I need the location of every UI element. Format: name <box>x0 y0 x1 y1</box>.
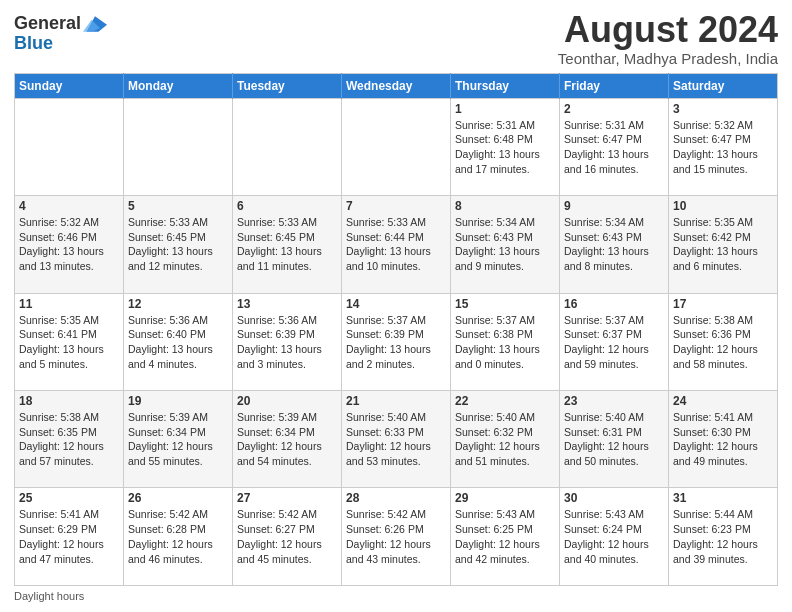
calendar-cell <box>124 98 233 195</box>
calendar-cell: 22Sunrise: 5:40 AMSunset: 6:32 PMDayligh… <box>451 391 560 488</box>
calendar-cell: 23Sunrise: 5:40 AMSunset: 6:31 PMDayligh… <box>560 391 669 488</box>
day-info: Sunrise: 5:34 AMSunset: 6:43 PMDaylight:… <box>455 215 555 274</box>
day-info: Sunrise: 5:31 AMSunset: 6:47 PMDaylight:… <box>564 118 664 177</box>
day-number: 11 <box>19 297 119 311</box>
calendar-week-row: 18Sunrise: 5:38 AMSunset: 6:35 PMDayligh… <box>15 391 778 488</box>
calendar-week-row: 4Sunrise: 5:32 AMSunset: 6:46 PMDaylight… <box>15 196 778 293</box>
calendar-day-header: Thursday <box>451 73 560 98</box>
calendar-cell: 28Sunrise: 5:42 AMSunset: 6:26 PMDayligh… <box>342 488 451 586</box>
day-info: Sunrise: 5:40 AMSunset: 6:31 PMDaylight:… <box>564 410 664 469</box>
day-info: Sunrise: 5:39 AMSunset: 6:34 PMDaylight:… <box>237 410 337 469</box>
calendar-cell: 7Sunrise: 5:33 AMSunset: 6:44 PMDaylight… <box>342 196 451 293</box>
calendar-cell: 12Sunrise: 5:36 AMSunset: 6:40 PMDayligh… <box>124 293 233 390</box>
calendar-day-header: Monday <box>124 73 233 98</box>
day-number: 2 <box>564 102 664 116</box>
day-info: Sunrise: 5:32 AMSunset: 6:47 PMDaylight:… <box>673 118 773 177</box>
day-number: 29 <box>455 491 555 505</box>
calendar-cell: 4Sunrise: 5:32 AMSunset: 6:46 PMDaylight… <box>15 196 124 293</box>
calendar-week-row: 1Sunrise: 5:31 AMSunset: 6:48 PMDaylight… <box>15 98 778 195</box>
header: General Blue August 2024 Teonthar, Madhy… <box>14 10 778 67</box>
main-title: August 2024 <box>558 10 778 50</box>
day-info: Sunrise: 5:43 AMSunset: 6:24 PMDaylight:… <box>564 507 664 566</box>
day-number: 28 <box>346 491 446 505</box>
calendar-cell: 29Sunrise: 5:43 AMSunset: 6:25 PMDayligh… <box>451 488 560 586</box>
day-number: 25 <box>19 491 119 505</box>
day-info: Sunrise: 5:33 AMSunset: 6:45 PMDaylight:… <box>237 215 337 274</box>
day-number: 21 <box>346 394 446 408</box>
day-info: Sunrise: 5:42 AMSunset: 6:26 PMDaylight:… <box>346 507 446 566</box>
calendar-day-header: Friday <box>560 73 669 98</box>
logo: General Blue <box>14 14 107 54</box>
day-info: Sunrise: 5:42 AMSunset: 6:28 PMDaylight:… <box>128 507 228 566</box>
day-number: 14 <box>346 297 446 311</box>
calendar-cell: 18Sunrise: 5:38 AMSunset: 6:35 PMDayligh… <box>15 391 124 488</box>
day-info: Sunrise: 5:44 AMSunset: 6:23 PMDaylight:… <box>673 507 773 566</box>
day-info: Sunrise: 5:35 AMSunset: 6:42 PMDaylight:… <box>673 215 773 274</box>
day-number: 18 <box>19 394 119 408</box>
calendar-cell <box>15 98 124 195</box>
calendar-cell: 13Sunrise: 5:36 AMSunset: 6:39 PMDayligh… <box>233 293 342 390</box>
day-number: 27 <box>237 491 337 505</box>
calendar-cell: 3Sunrise: 5:32 AMSunset: 6:47 PMDaylight… <box>669 98 778 195</box>
day-number: 19 <box>128 394 228 408</box>
day-number: 5 <box>128 199 228 213</box>
calendar-cell <box>342 98 451 195</box>
day-number: 30 <box>564 491 664 505</box>
day-number: 8 <box>455 199 555 213</box>
calendar-cell: 24Sunrise: 5:41 AMSunset: 6:30 PMDayligh… <box>669 391 778 488</box>
calendar-cell: 16Sunrise: 5:37 AMSunset: 6:37 PMDayligh… <box>560 293 669 390</box>
day-info: Sunrise: 5:35 AMSunset: 6:41 PMDaylight:… <box>19 313 119 372</box>
day-info: Sunrise: 5:43 AMSunset: 6:25 PMDaylight:… <box>455 507 555 566</box>
calendar-week-row: 11Sunrise: 5:35 AMSunset: 6:41 PMDayligh… <box>15 293 778 390</box>
subtitle: Teonthar, Madhya Pradesh, India <box>558 50 778 67</box>
calendar-day-header: Saturday <box>669 73 778 98</box>
calendar-cell: 2Sunrise: 5:31 AMSunset: 6:47 PMDaylight… <box>560 98 669 195</box>
calendar-cell: 15Sunrise: 5:37 AMSunset: 6:38 PMDayligh… <box>451 293 560 390</box>
day-info: Sunrise: 5:40 AMSunset: 6:32 PMDaylight:… <box>455 410 555 469</box>
logo-blue: Blue <box>14 34 53 54</box>
calendar-cell: 21Sunrise: 5:40 AMSunset: 6:33 PMDayligh… <box>342 391 451 488</box>
calendar-day-header: Tuesday <box>233 73 342 98</box>
day-info: Sunrise: 5:41 AMSunset: 6:29 PMDaylight:… <box>19 507 119 566</box>
calendar-cell: 19Sunrise: 5:39 AMSunset: 6:34 PMDayligh… <box>124 391 233 488</box>
day-number: 20 <box>237 394 337 408</box>
day-info: Sunrise: 5:39 AMSunset: 6:34 PMDaylight:… <box>128 410 228 469</box>
calendar-cell: 25Sunrise: 5:41 AMSunset: 6:29 PMDayligh… <box>15 488 124 586</box>
day-info: Sunrise: 5:37 AMSunset: 6:37 PMDaylight:… <box>564 313 664 372</box>
day-info: Sunrise: 5:38 AMSunset: 6:35 PMDaylight:… <box>19 410 119 469</box>
day-number: 16 <box>564 297 664 311</box>
day-number: 10 <box>673 199 773 213</box>
footer-note: Daylight hours <box>14 590 778 602</box>
calendar-table: SundayMondayTuesdayWednesdayThursdayFrid… <box>14 73 778 586</box>
day-number: 17 <box>673 297 773 311</box>
calendar-day-header: Sunday <box>15 73 124 98</box>
calendar-cell: 8Sunrise: 5:34 AMSunset: 6:43 PMDaylight… <box>451 196 560 293</box>
calendar-header-row: SundayMondayTuesdayWednesdayThursdayFrid… <box>15 73 778 98</box>
calendar-cell: 27Sunrise: 5:42 AMSunset: 6:27 PMDayligh… <box>233 488 342 586</box>
day-info: Sunrise: 5:41 AMSunset: 6:30 PMDaylight:… <box>673 410 773 469</box>
day-number: 7 <box>346 199 446 213</box>
day-info: Sunrise: 5:36 AMSunset: 6:39 PMDaylight:… <box>237 313 337 372</box>
day-number: 9 <box>564 199 664 213</box>
calendar-cell: 6Sunrise: 5:33 AMSunset: 6:45 PMDaylight… <box>233 196 342 293</box>
calendar-cell: 26Sunrise: 5:42 AMSunset: 6:28 PMDayligh… <box>124 488 233 586</box>
calendar-cell: 20Sunrise: 5:39 AMSunset: 6:34 PMDayligh… <box>233 391 342 488</box>
day-number: 4 <box>19 199 119 213</box>
day-info: Sunrise: 5:36 AMSunset: 6:40 PMDaylight:… <box>128 313 228 372</box>
day-number: 3 <box>673 102 773 116</box>
day-number: 22 <box>455 394 555 408</box>
calendar-cell: 30Sunrise: 5:43 AMSunset: 6:24 PMDayligh… <box>560 488 669 586</box>
calendar-cell: 1Sunrise: 5:31 AMSunset: 6:48 PMDaylight… <box>451 98 560 195</box>
day-info: Sunrise: 5:37 AMSunset: 6:38 PMDaylight:… <box>455 313 555 372</box>
calendar-cell: 11Sunrise: 5:35 AMSunset: 6:41 PMDayligh… <box>15 293 124 390</box>
day-info: Sunrise: 5:31 AMSunset: 6:48 PMDaylight:… <box>455 118 555 177</box>
day-number: 6 <box>237 199 337 213</box>
calendar-cell: 5Sunrise: 5:33 AMSunset: 6:45 PMDaylight… <box>124 196 233 293</box>
calendar-cell: 10Sunrise: 5:35 AMSunset: 6:42 PMDayligh… <box>669 196 778 293</box>
calendar-cell: 9Sunrise: 5:34 AMSunset: 6:43 PMDaylight… <box>560 196 669 293</box>
logo-icon <box>83 16 107 32</box>
day-info: Sunrise: 5:37 AMSunset: 6:39 PMDaylight:… <box>346 313 446 372</box>
day-number: 24 <box>673 394 773 408</box>
calendar-cell: 14Sunrise: 5:37 AMSunset: 6:39 PMDayligh… <box>342 293 451 390</box>
calendar-cell <box>233 98 342 195</box>
